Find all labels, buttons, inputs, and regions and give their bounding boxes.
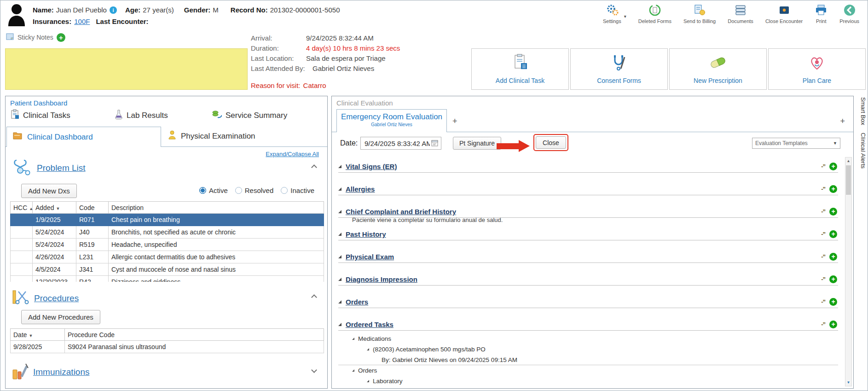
tab-physical-examination[interactable]: Physical Examination (168, 130, 255, 142)
canned-text-icon[interactable]: -” (821, 163, 825, 170)
settings-button[interactable]: Settings (603, 3, 621, 24)
collapse-marker-icon[interactable] (338, 323, 341, 326)
patient-info-icon[interactable]: i (110, 6, 117, 14)
send-to-billing-button[interactable]: Send to Billing (683, 3, 716, 24)
tree-group-laboratory[interactable]: Laboratory (338, 376, 838, 386)
evaluation-templates-select[interactable]: Evaluation Templates ▼ (752, 138, 840, 149)
procedures-title[interactable]: Procedures (34, 293, 79, 303)
problem-row-2[interactable]: 5/24/2024R519Headache, unspecified (11, 239, 324, 251)
filter-resolved-radio[interactable]: Resolved (235, 187, 274, 194)
col-header-date[interactable]: Date▼ (11, 329, 65, 341)
section-title[interactable]: Chief Complaint and Brief History (346, 208, 456, 216)
procedures-collapse-chevron-icon[interactable] (311, 294, 317, 300)
collapse-marker-icon[interactable] (338, 165, 341, 168)
problem-row-0[interactable]: 1/9/2025R071Chest pain on breathing (11, 214, 324, 226)
calendar-icon[interactable] (431, 140, 439, 149)
tab-service-summary[interactable]: Service Summary (212, 110, 287, 121)
canned-text-icon[interactable]: -” (821, 298, 825, 305)
filter-inactive-radio[interactable]: Inactive (281, 187, 314, 194)
collapse-marker-icon[interactable] (338, 233, 341, 236)
add-new-procedures-button[interactable]: Add New Procedures (21, 310, 100, 324)
col-header-description[interactable]: Description (109, 202, 324, 214)
col-header-procedure-code[interactable]: Procedure Code (65, 329, 324, 341)
canned-text-icon[interactable]: -” (821, 231, 825, 238)
problem-row-5[interactable]: 12/20/2023R42Dizziness and giddiness (11, 276, 324, 282)
col-header-added[interactable]: Added▼ (33, 202, 76, 214)
problem-row-4[interactable]: 4/5/2024J341Cyst and mucocele of nose an… (11, 263, 324, 276)
section-title[interactable]: Diagnosis Impression (346, 275, 417, 283)
add-new-dxs-button[interactable]: Add New Dxs (21, 184, 77, 198)
evaluation-scrollbar[interactable]: ▲ ▼ (845, 157, 852, 386)
add-section-entry-icon[interactable]: + (829, 163, 837, 170)
col-header-hcc[interactable]: HCC▲ (11, 202, 33, 214)
immunizations-title[interactable]: Immunizations (33, 367, 90, 377)
tree-item-medication[interactable]: (82003) Acetaminophen 500 mgs/tab PO (338, 344, 838, 355)
add-section-entry-icon[interactable]: + (829, 298, 837, 306)
close-button[interactable]: Close (536, 136, 566, 149)
evaluation-date-input[interactable] (360, 137, 441, 150)
problem-row-1[interactable]: 5/24/2024J40Bronchitis, not specified as… (11, 226, 324, 239)
scroll-up-icon[interactable]: ▲ (845, 158, 851, 164)
plan-care-button[interactable]: Plan Care (768, 48, 866, 90)
previous-button[interactable]: Previous (839, 3, 859, 24)
add-evaluation-tab-button[interactable]: + (452, 117, 457, 126)
collapse-marker-icon[interactable] (338, 187, 341, 191)
add-section-entry-icon[interactable]: + (829, 208, 837, 216)
tab-smart-box[interactable]: Smart Box (856, 97, 867, 125)
canned-text-icon[interactable]: -” (821, 253, 825, 260)
collapse-marker-icon[interactable] (338, 300, 341, 303)
immunizations-expand-chevron-icon[interactable] (311, 367, 317, 373)
tree-group-medications[interactable]: Medications (338, 333, 838, 344)
canned-text-icon[interactable]: -” (821, 321, 825, 328)
section-title[interactable]: Allergies (346, 185, 375, 193)
canned-text-icon[interactable]: -” (821, 186, 825, 193)
tree-collapse-icon[interactable] (367, 380, 369, 382)
scrollbar-thumb[interactable] (846, 165, 851, 195)
add-evaluation-button[interactable]: + (840, 117, 845, 126)
collapse-marker-icon[interactable] (338, 210, 341, 213)
procedure-row-0[interactable]: 9/28/2025S9024 Paranasal sinus ultrasoun… (11, 341, 324, 353)
deleted-forms-button[interactable]: Deleted Forms (638, 3, 671, 24)
tab-clinical-alerts[interactable]: Clinical Alerts (856, 133, 867, 169)
tree-collapse-icon[interactable] (367, 348, 369, 350)
tree-collapse-icon[interactable] (352, 338, 354, 340)
problem-list-title[interactable]: Problem List (37, 163, 86, 173)
section-title[interactable]: Vital Signs (ER) (346, 163, 397, 170)
canned-text-icon[interactable]: -” (821, 208, 825, 215)
scroll-down-icon[interactable]: ▼ (845, 379, 851, 386)
section-title[interactable]: Past History (346, 230, 386, 238)
tree-group-orders[interactable]: Orders (338, 365, 838, 376)
insurances-link[interactable]: 100F (74, 18, 90, 25)
add-section-entry-icon[interactable]: + (829, 275, 837, 283)
tab-clinical-dashboard[interactable]: Clinical Dashboard (6, 127, 161, 147)
section-title[interactable]: Physical Exam (346, 253, 394, 261)
consent-forms-button[interactable]: Consent Forms (570, 48, 668, 90)
new-prescription-button[interactable]: New Prescription (669, 48, 767, 90)
add-section-entry-icon[interactable]: + (829, 185, 837, 193)
add-section-entry-icon[interactable]: + (829, 321, 837, 328)
add-section-entry-icon[interactable]: + (829, 253, 837, 261)
problem-list-collapse-chevron-icon[interactable] (311, 164, 317, 170)
close-encounter-button[interactable]: Close Encounter (765, 3, 803, 24)
section-title[interactable]: Ordered Tasks (346, 321, 393, 328)
add-section-entry-icon[interactable]: + (829, 230, 837, 238)
section-title[interactable]: Orders (346, 298, 368, 306)
expand-collapse-all-link[interactable]: Expand/Collapse All (266, 151, 319, 158)
settings-dropdown-caret-icon[interactable]: ▾ (624, 14, 626, 19)
canned-text-icon[interactable]: -” (821, 276, 825, 283)
tree-collapse-icon[interactable] (352, 369, 354, 372)
collapse-marker-icon[interactable] (338, 278, 341, 281)
add-sticky-note-button[interactable]: + (57, 33, 65, 42)
documents-button[interactable]: Documents (728, 3, 753, 24)
tab-lab-results[interactable]: Lab Results (115, 109, 212, 122)
filter-active-radio[interactable]: Active (199, 187, 228, 194)
col-header-code[interactable]: Code (76, 202, 109, 214)
tab-clinical-tasks[interactable]: Clinical Tasks (10, 109, 115, 122)
add-clinical-task-button[interactable]: Add Clinical Task (471, 48, 569, 90)
print-button[interactable]: Print (815, 3, 827, 24)
pt-signature-button[interactable]: Pt Signature (453, 137, 501, 150)
tab-emergency-room-evaluation[interactable]: Emergency Room Evaluation Gabriel Ortiz … (336, 109, 447, 132)
problem-row-3[interactable]: 4/26/2024L231Allergic contact dermatitis… (11, 251, 324, 263)
sticky-note-area[interactable] (5, 48, 248, 90)
collapse-marker-icon[interactable] (338, 255, 341, 258)
